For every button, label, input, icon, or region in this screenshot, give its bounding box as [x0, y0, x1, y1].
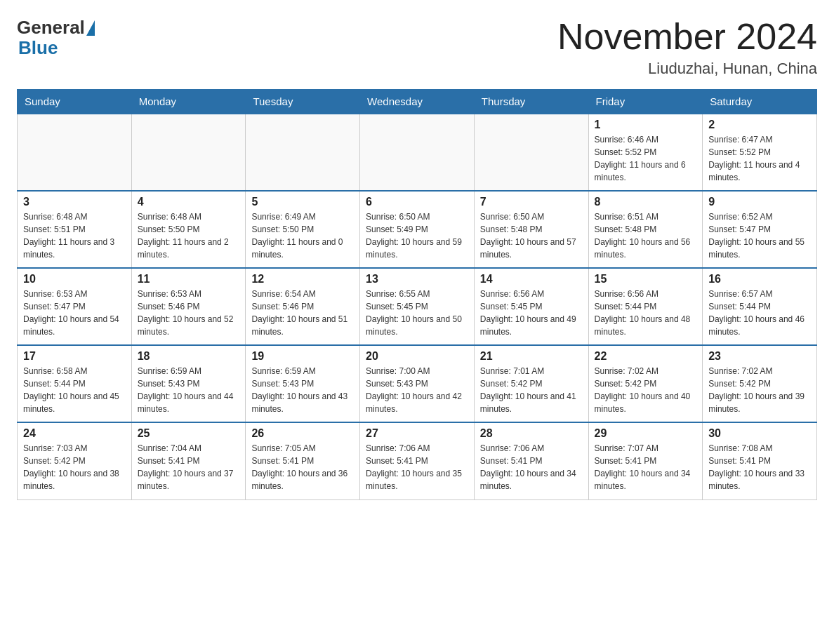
calendar-cell: 29Sunrise: 7:07 AM Sunset: 5:41 PM Dayli…: [588, 422, 703, 499]
calendar-cell: 1Sunrise: 6:46 AM Sunset: 5:52 PM Daylig…: [588, 114, 703, 191]
calendar-cell: 17Sunrise: 6:58 AM Sunset: 5:44 PM Dayli…: [18, 345, 132, 422]
calendar-cell: 18Sunrise: 6:59 AM Sunset: 5:43 PM Dayli…: [131, 345, 246, 422]
day-number: 4: [138, 196, 240, 208]
calendar-cell: 10Sunrise: 6:53 AM Sunset: 5:47 PM Dayli…: [18, 268, 132, 345]
day-number: 25: [138, 427, 240, 440]
day-info: Sunrise: 6:50 AM Sunset: 5:49 PM Dayligh…: [366, 210, 468, 261]
calendar-cell: 25Sunrise: 7:04 AM Sunset: 5:41 PM Dayli…: [131, 422, 246, 499]
header-friday: Friday: [588, 90, 703, 114]
day-number: 13: [366, 273, 468, 286]
calendar-cell: 4Sunrise: 6:48 AM Sunset: 5:50 PM Daylig…: [131, 191, 246, 268]
day-number: 30: [708, 427, 811, 440]
calendar-cell: 28Sunrise: 7:06 AM Sunset: 5:41 PM Dayli…: [474, 422, 588, 499]
calendar-cell: 9Sunrise: 6:52 AM Sunset: 5:47 PM Daylig…: [703, 191, 817, 268]
header-thursday: Thursday: [474, 90, 588, 114]
day-number: 10: [23, 273, 126, 286]
day-info: Sunrise: 6:53 AM Sunset: 5:46 PM Dayligh…: [138, 288, 240, 338]
weekday-header-row: Sunday Monday Tuesday Wednesday Thursday…: [18, 90, 817, 114]
day-number: 28: [480, 427, 583, 440]
day-info: Sunrise: 6:54 AM Sunset: 5:46 PM Dayligh…: [251, 288, 354, 338]
day-info: Sunrise: 6:55 AM Sunset: 5:45 PM Dayligh…: [366, 288, 468, 338]
calendar-title: November 2024: [557, 17, 817, 57]
calendar-cell: 2Sunrise: 6:47 AM Sunset: 5:52 PM Daylig…: [703, 114, 817, 191]
calendar-cell: [474, 114, 588, 191]
day-info: Sunrise: 7:07 AM Sunset: 5:41 PM Dayligh…: [595, 442, 697, 492]
day-info: Sunrise: 7:03 AM Sunset: 5:42 PM Dayligh…: [23, 442, 126, 492]
day-number: 1: [595, 119, 697, 131]
calendar-cell: 21Sunrise: 7:01 AM Sunset: 5:42 PM Dayli…: [474, 345, 588, 422]
day-info: Sunrise: 6:50 AM Sunset: 5:48 PM Dayligh…: [480, 210, 583, 261]
header-monday: Monday: [131, 90, 246, 114]
calendar-cell: [246, 114, 360, 191]
day-number: 23: [708, 350, 811, 363]
day-info: Sunrise: 7:04 AM Sunset: 5:41 PM Dayligh…: [138, 442, 240, 492]
calendar-cell: 26Sunrise: 7:05 AM Sunset: 5:41 PM Dayli…: [246, 422, 360, 499]
calendar-week-row: 17Sunrise: 6:58 AM Sunset: 5:44 PM Dayli…: [18, 345, 817, 422]
calendar-cell: 14Sunrise: 6:56 AM Sunset: 5:45 PM Dayli…: [474, 268, 588, 345]
day-number: 19: [251, 350, 354, 363]
logo-general-text: General: [17, 17, 85, 39]
calendar-cell: 22Sunrise: 7:02 AM Sunset: 5:42 PM Dayli…: [588, 345, 703, 422]
logo-area: General Blue: [17, 17, 96, 59]
calendar-cell: 27Sunrise: 7:06 AM Sunset: 5:41 PM Dayli…: [360, 422, 475, 499]
day-info: Sunrise: 6:47 AM Sunset: 5:52 PM Dayligh…: [708, 133, 811, 184]
day-number: 15: [595, 273, 697, 286]
header: General Blue November 2024 Liuduzhai, Hu…: [17, 17, 817, 78]
calendar-cell: 12Sunrise: 6:54 AM Sunset: 5:46 PM Dayli…: [246, 268, 360, 345]
day-info: Sunrise: 6:59 AM Sunset: 5:43 PM Dayligh…: [251, 365, 354, 415]
calendar-cell: 8Sunrise: 6:51 AM Sunset: 5:48 PM Daylig…: [588, 191, 703, 268]
calendar-week-row: 3Sunrise: 6:48 AM Sunset: 5:51 PM Daylig…: [18, 191, 817, 268]
day-number: 5: [251, 196, 354, 208]
day-info: Sunrise: 7:00 AM Sunset: 5:43 PM Dayligh…: [366, 365, 468, 415]
calendar-cell: 24Sunrise: 7:03 AM Sunset: 5:42 PM Dayli…: [18, 422, 132, 499]
day-info: Sunrise: 6:48 AM Sunset: 5:50 PM Dayligh…: [138, 210, 240, 261]
calendar-cell: 3Sunrise: 6:48 AM Sunset: 5:51 PM Daylig…: [18, 191, 132, 268]
day-info: Sunrise: 6:56 AM Sunset: 5:45 PM Dayligh…: [480, 288, 583, 338]
day-number: 26: [251, 427, 354, 440]
day-info: Sunrise: 6:58 AM Sunset: 5:44 PM Dayligh…: [23, 365, 126, 415]
title-area: November 2024 Liuduzhai, Hunan, China: [557, 17, 817, 78]
calendar-cell: 5Sunrise: 6:49 AM Sunset: 5:50 PM Daylig…: [246, 191, 360, 268]
calendar-cell: 6Sunrise: 6:50 AM Sunset: 5:49 PM Daylig…: [360, 191, 475, 268]
header-sunday: Sunday: [18, 90, 132, 114]
calendar-cell: 23Sunrise: 7:02 AM Sunset: 5:42 PM Dayli…: [703, 345, 817, 422]
calendar-cell: 13Sunrise: 6:55 AM Sunset: 5:45 PM Dayli…: [360, 268, 475, 345]
day-info: Sunrise: 7:01 AM Sunset: 5:42 PM Dayligh…: [480, 365, 583, 415]
day-number: 29: [595, 427, 697, 440]
day-number: 7: [480, 196, 583, 208]
day-info: Sunrise: 6:49 AM Sunset: 5:50 PM Dayligh…: [251, 210, 354, 261]
calendar-cell: 7Sunrise: 6:50 AM Sunset: 5:48 PM Daylig…: [474, 191, 588, 268]
day-number: 2: [708, 119, 811, 131]
day-info: Sunrise: 6:48 AM Sunset: 5:51 PM Dayligh…: [23, 210, 126, 261]
calendar-cell: [18, 114, 132, 191]
day-info: Sunrise: 6:59 AM Sunset: 5:43 PM Dayligh…: [138, 365, 240, 415]
day-number: 18: [138, 350, 240, 363]
day-number: 12: [251, 273, 354, 286]
day-info: Sunrise: 7:02 AM Sunset: 5:42 PM Dayligh…: [708, 365, 811, 415]
day-info: Sunrise: 7:02 AM Sunset: 5:42 PM Dayligh…: [595, 365, 697, 415]
header-wednesday: Wednesday: [360, 90, 475, 114]
header-tuesday: Tuesday: [246, 90, 360, 114]
calendar-cell: 20Sunrise: 7:00 AM Sunset: 5:43 PM Dayli…: [360, 345, 475, 422]
day-number: 6: [366, 196, 468, 208]
day-info: Sunrise: 6:51 AM Sunset: 5:48 PM Dayligh…: [595, 210, 697, 261]
day-number: 17: [23, 350, 126, 363]
calendar-subtitle: Liuduzhai, Hunan, China: [557, 60, 817, 78]
day-info: Sunrise: 6:46 AM Sunset: 5:52 PM Dayligh…: [595, 133, 697, 184]
calendar-cell: 16Sunrise: 6:57 AM Sunset: 5:44 PM Dayli…: [703, 268, 817, 345]
calendar-cell: [360, 114, 475, 191]
header-saturday: Saturday: [703, 90, 817, 114]
calendar-table: Sunday Monday Tuesday Wednesday Thursday…: [17, 89, 817, 500]
day-info: Sunrise: 7:08 AM Sunset: 5:41 PM Dayligh…: [708, 442, 811, 492]
day-number: 16: [708, 273, 811, 286]
calendar-week-row: 10Sunrise: 6:53 AM Sunset: 5:47 PM Dayli…: [18, 268, 817, 345]
day-info: Sunrise: 7:05 AM Sunset: 5:41 PM Dayligh…: [251, 442, 354, 492]
day-number: 9: [708, 196, 811, 208]
day-number: 3: [23, 196, 126, 208]
day-number: 14: [480, 273, 583, 286]
day-info: Sunrise: 7:06 AM Sunset: 5:41 PM Dayligh…: [480, 442, 583, 492]
calendar-cell: 11Sunrise: 6:53 AM Sunset: 5:46 PM Dayli…: [131, 268, 246, 345]
calendar-cell: 30Sunrise: 7:08 AM Sunset: 5:41 PM Dayli…: [703, 422, 817, 499]
day-number: 21: [480, 350, 583, 363]
day-info: Sunrise: 6:52 AM Sunset: 5:47 PM Dayligh…: [708, 210, 811, 261]
